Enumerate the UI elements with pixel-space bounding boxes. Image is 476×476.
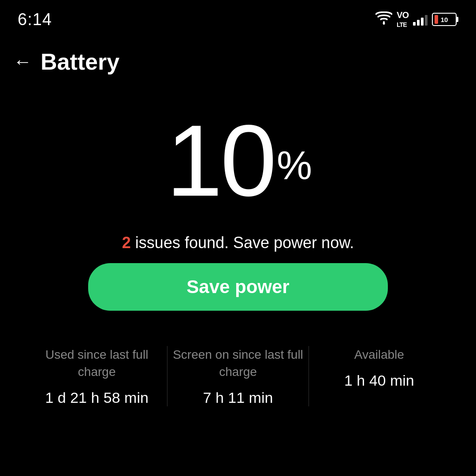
- stat-used-label: Used since last full charge: [26, 346, 167, 380]
- status-bar: 6:14 VOLTE 10: [0, 0, 476, 35]
- volte-icon: VOLTE: [397, 11, 409, 28]
- stat-used-value: 1 d 21 h 58 min: [45, 389, 148, 406]
- svg-point-0: [383, 22, 385, 24]
- percent-sign: %: [277, 145, 310, 185]
- signal-icon: [413, 13, 428, 26]
- stats-section: Used since last full charge 1 d 21 h 58 …: [18, 346, 458, 406]
- stat-screen-on: Screen on since last full charge 7 h 11 …: [167, 346, 308, 406]
- issues-description: issues found. Save power now.: [131, 234, 354, 252]
- stat-used: Used since last full charge 1 d 21 h 58 …: [26, 346, 167, 406]
- stat-available-value: 1 h 40 min: [344, 372, 414, 389]
- battery-percentage-display: 10%: [166, 110, 310, 212]
- back-button[interactable]: ←: [13, 52, 32, 71]
- battery-number: 10: [166, 110, 275, 212]
- status-time: 6:14: [18, 10, 52, 29]
- issues-text: 2 issues found. Save power now.: [122, 234, 354, 252]
- save-power-button[interactable]: Save power: [88, 263, 388, 311]
- page-title: Battery: [41, 48, 119, 75]
- issues-count: 2: [122, 234, 131, 252]
- battery-icon: 10: [432, 13, 457, 26]
- header: ← Battery: [0, 35, 476, 84]
- stat-screen-on-value: 7 h 11 min: [203, 389, 273, 406]
- battery-percentage-status: 10: [441, 16, 448, 23]
- stat-available: Available 1 h 40 min: [309, 346, 450, 406]
- wifi-icon: [376, 11, 392, 28]
- main-content: 10% 2 issues found. Save power now. Save…: [0, 84, 476, 406]
- stat-screen-on-label: Screen on since last full charge: [167, 346, 308, 380]
- status-icons: VOLTE 10: [376, 11, 458, 28]
- stat-available-label: Available: [354, 346, 404, 363]
